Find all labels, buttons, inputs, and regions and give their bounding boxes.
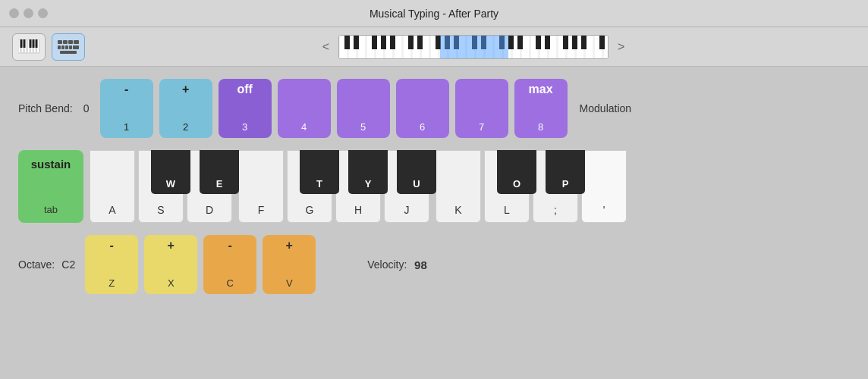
octave-key-X[interactable]: + X (144, 235, 197, 294)
svg-rect-11 (36, 39, 38, 48)
black-key-U[interactable]: U (397, 150, 436, 194)
oct-key-X-bottom: X (168, 278, 175, 288)
vel-key-V-top: + (286, 240, 293, 252)
window-title: Musical Typing - After Party (370, 8, 498, 20)
black-key-Y[interactable]: Y (348, 150, 388, 194)
velocity-label: Velocity: (367, 258, 407, 271)
octave-label: Octave: (18, 258, 55, 271)
white-key-K[interactable]: K (436, 150, 481, 223)
scroll-left-button[interactable]: < (319, 37, 332, 57)
black-key-E[interactable]: E (200, 150, 239, 194)
velocity-value: 98 (413, 258, 428, 271)
vel-key-C-bottom: C (227, 278, 234, 288)
svg-rect-16 (58, 45, 61, 49)
piano-scroll-area: < (91, 35, 856, 59)
pitch-bend-row: Pitch Bend: 0 - 1 + 2 off 3 4 5 6 (18, 79, 850, 138)
pitch-key-3-bottom: 3 (242, 122, 247, 132)
velocity-key-C[interactable]: - C (203, 235, 256, 294)
keyboard-view-button[interactable] (52, 33, 85, 61)
svg-rect-9 (30, 39, 32, 48)
white-key-A[interactable]: A (90, 150, 135, 223)
pitch-key-2-top: + (182, 83, 189, 96)
octave-key-Z[interactable]: - Z (85, 235, 138, 294)
pitch-key-4-bottom: 4 (301, 122, 307, 132)
pitch-bend-key-2[interactable]: + 2 (159, 79, 212, 138)
svg-rect-20 (73, 45, 79, 49)
pitch-bend-value: 0 (79, 102, 94, 114)
window-close-dot (9, 8, 19, 18)
piano-strip[interactable] (338, 35, 609, 59)
pitch-key-2-bottom: 2 (183, 122, 188, 132)
svg-rect-17 (61, 45, 64, 49)
pitch-bend-key-4[interactable]: 4 (278, 79, 331, 138)
svg-rect-10 (33, 39, 35, 48)
pitch-bend-label: Pitch Bend: (18, 102, 73, 114)
pitch-bend-key-1[interactable]: - 1 (100, 79, 153, 138)
toolbar: < (0, 27, 868, 67)
window-min-dot (24, 8, 33, 18)
svg-rect-21 (60, 51, 77, 54)
scroll-right-button[interactable]: > (615, 37, 627, 57)
velocity-key-V[interactable]: + V (263, 235, 316, 294)
pitch-key-8-bottom: 8 (538, 122, 543, 132)
svg-rect-14 (68, 40, 73, 44)
keyboard-row: sustain tab A S D F G H J K L (18, 150, 850, 223)
svg-rect-8 (24, 39, 26, 48)
svg-rect-30 (440, 36, 508, 59)
pitch-key-6-bottom: 6 (420, 122, 425, 132)
pitch-key-7-bottom: 7 (479, 122, 484, 132)
pitch-key-1-bottom: 1 (124, 122, 129, 132)
piano-keyboard: A S D F G H J K L ; ' W (90, 150, 689, 223)
pitch-bend-key-6[interactable]: 6 (396, 79, 449, 138)
pitch-key-1-top: - (124, 83, 128, 96)
main-content: Pitch Bend: 0 - 1 + 2 off 3 4 5 6 (0, 67, 868, 306)
white-key-quote[interactable]: ' (581, 150, 627, 223)
svg-rect-12 (58, 40, 62, 44)
pitch-bend-key-8[interactable]: max 8 (514, 79, 568, 138)
pitch-bend-key-5[interactable]: 5 (337, 79, 390, 138)
oct-key-Z-bottom: Z (108, 278, 115, 288)
vel-key-C-top: - (228, 240, 232, 252)
pitch-bend-key-7[interactable]: 7 (455, 79, 508, 138)
modulation-label: Modulation (580, 102, 632, 114)
white-key-F[interactable]: F (238, 150, 284, 223)
sustain-key-label: sustain (31, 158, 71, 171)
sustain-key[interactable]: sustain tab (18, 150, 83, 223)
oct-key-Z-top: - (110, 240, 114, 252)
svg-rect-15 (74, 40, 79, 44)
pitch-key-8-top: max (529, 83, 553, 96)
svg-rect-13 (63, 40, 68, 44)
vel-key-V-bottom: V (286, 278, 293, 288)
pitch-key-3-top: off (237, 83, 252, 96)
sustain-key-shortcut: tab (44, 204, 58, 215)
pitch-bend-key-3[interactable]: off 3 (219, 79, 272, 138)
black-key-W[interactable]: W (151, 150, 190, 194)
window-controls (9, 8, 48, 18)
svg-rect-19 (69, 45, 72, 49)
black-key-T[interactable]: T (300, 150, 339, 194)
title-bar: Musical Typing - After Party (0, 0, 868, 27)
black-key-P[interactable]: P (546, 150, 585, 194)
svg-rect-18 (65, 45, 68, 49)
pitch-key-5-bottom: 5 (360, 122, 366, 132)
piano-view-button[interactable] (12, 33, 46, 61)
svg-rect-7 (20, 39, 23, 48)
oct-key-X-top: + (168, 240, 175, 252)
octave-row: Octave: C2 - Z + X - C + V Velocity: 98 (18, 235, 850, 294)
black-key-O[interactable]: O (497, 150, 536, 194)
window-max-dot (38, 8, 48, 18)
octave-value: C2 (61, 258, 76, 271)
